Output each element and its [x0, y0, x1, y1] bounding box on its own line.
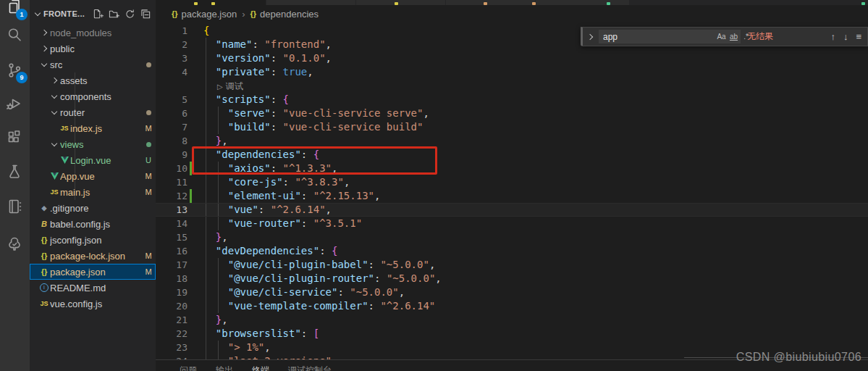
- tab-partial[interactable]: [356, 0, 445, 5]
- file-row-vue.config.js[interactable]: JSvue.config.js: [30, 296, 156, 312]
- code-line-12[interactable]: 12 "element-ui": "^2.15.13",: [156, 189, 868, 203]
- code-line-3[interactable]: 3 "version": "0.1.0",: [156, 51, 868, 65]
- code-line-6[interactable]: 6 "serve": "vue-cli-service serve",: [156, 107, 868, 120]
- panel-tab-问题[interactable]: 问题: [180, 364, 197, 371]
- file-label: App.vue: [60, 171, 141, 182]
- code-line-10[interactable]: 10 "axios": "^1.3.3",: [156, 162, 868, 175]
- file-row-Login.vue[interactable]: Login.vueU: [30, 152, 156, 168]
- testing-icon[interactable]: [6, 163, 23, 182]
- code-line-11[interactable]: 11 "core-js": "^3.8.3",: [156, 175, 868, 189]
- toggle-replace-button[interactable]: [584, 35, 596, 39]
- panel-tab-终端[interactable]: 终端: [252, 364, 269, 371]
- breadcrumb-file[interactable]: package.json: [182, 9, 237, 20]
- code-text: "serve": "vue-cli-service serve",: [192, 107, 429, 120]
- file-row-src[interactable]: src: [30, 57, 156, 72]
- previous-match-button[interactable]: ↑: [830, 31, 835, 42]
- code-text: },: [192, 134, 228, 148]
- extensions-icon[interactable]: [6, 129, 23, 148]
- file-row-node_modules[interactable]: node_modules: [30, 25, 156, 41]
- line-number: 5: [156, 93, 187, 107]
- code-line-18[interactable]: 18 "@vue/cli-plugin-router": "~5.0.0",: [156, 272, 868, 285]
- git-status-badge: M: [141, 188, 156, 196]
- file-row-App.vue[interactable]: App.vueM: [30, 168, 156, 184]
- code-editor[interactable]: 1{2 "name": "frontend",3 "version": "0.1…: [156, 22, 868, 360]
- code-text: "browserslist": [: [192, 327, 319, 341]
- code-line-8[interactable]: 8 },: [156, 134, 868, 148]
- chevron-right-icon: [38, 30, 50, 35]
- search-icon[interactable]: [6, 26, 23, 45]
- line-number: 13: [156, 203, 187, 217]
- line-number: 12: [156, 189, 187, 203]
- new-file-icon[interactable]: [92, 8, 104, 20]
- run-debug-icon[interactable]: [6, 95, 23, 114]
- file-label: package-lock.json: [50, 251, 141, 262]
- panel-tab-调试控制台[interactable]: 调试控制台: [288, 364, 332, 371]
- source-control-icon[interactable]: 9: [6, 62, 23, 80]
- code-line-5[interactable]: 5 "scripts": {: [156, 93, 868, 107]
- refresh-icon[interactable]: [124, 8, 135, 20]
- code-line-9[interactable]: 9 "dependencies": {: [156, 148, 868, 162]
- code-line-19[interactable]: 19 "@vue/cli-service": "~5.0.0",: [156, 285, 868, 299]
- file-row-babel.config.js[interactable]: Bbabel.config.js: [30, 216, 156, 232]
- file-row-jsconfig.json[interactable]: {}jsconfig.json: [30, 232, 156, 248]
- file-row-components[interactable]: components: [30, 88, 156, 104]
- line-number: 1: [156, 24, 187, 38]
- code-text: {: [192, 24, 209, 38]
- codelens-debug[interactable]: ▷调试: [217, 80, 243, 93]
- find-input[interactable]: [599, 32, 715, 42]
- breadcrumb-symbol[interactable]: dependencies: [260, 9, 319, 20]
- info-file-icon: i: [38, 283, 50, 292]
- git-status-badge: M: [141, 267, 156, 276]
- whole-word-toggle[interactable]: ab: [728, 33, 740, 41]
- code-text: },: [192, 230, 228, 244]
- play-icon: ▷: [217, 83, 223, 91]
- new-folder-icon[interactable]: [108, 8, 119, 20]
- code-line-16[interactable]: 16 "devDependencies": {: [156, 244, 868, 258]
- match-case-toggle[interactable]: Aa: [715, 33, 728, 41]
- collapse-all-icon[interactable]: [140, 8, 151, 20]
- line-number: 4: [156, 65, 187, 79]
- chevron-down-icon: [49, 96, 60, 98]
- tab-active-partial[interactable]: [156, 0, 266, 5]
- tab-partial[interactable]: [446, 0, 535, 5]
- tab-partial[interactable]: [266, 0, 355, 5]
- code-line-21[interactable]: 21 },: [156, 313, 868, 327]
- vue-file-icon: [49, 172, 60, 180]
- line-number: 22: [156, 327, 187, 341]
- code-line-22[interactable]: 22 "browserslist": [: [156, 327, 868, 341]
- code-line-4[interactable]: 4 "private": true,: [156, 65, 868, 79]
- file-row-index.js[interactable]: JSindex.jsM: [30, 120, 156, 136]
- line-number: 18: [156, 272, 187, 285]
- code-line-13[interactable]: 13 "vue": "^2.6.14",: [156, 203, 868, 217]
- code-line-7[interactable]: 7 "build": "vue-cli-service build": [156, 120, 868, 134]
- chevron-down-icon[interactable]: [35, 9, 41, 15]
- file-row-package.json[interactable]: {}package.jsonM: [30, 264, 156, 280]
- todo-tree-icon[interactable]: [6, 235, 23, 254]
- code-line-15[interactable]: 15 },: [156, 230, 868, 244]
- line-number: 10: [156, 162, 187, 175]
- code-line-17[interactable]: 17 "@vue/cli-plugin-babel": "~5.0.0",: [156, 258, 868, 272]
- file-label: views: [60, 139, 141, 150]
- line-number: 8: [156, 134, 187, 148]
- code-line-20[interactable]: 20 "vue-template-compiler": "^2.6.14": [156, 299, 868, 313]
- git-status-badge: M: [141, 124, 156, 133]
- explorer-icon[interactable]: 1: [6, 0, 23, 17]
- panel-tab-输出[interactable]: 输出: [216, 364, 233, 371]
- editor-tab-strip[interactable]: [156, 0, 868, 5]
- file-row-README.md[interactable]: iREADME.md: [30, 280, 156, 296]
- file-row-.gitignore[interactable]: ◆.gitignore: [30, 200, 156, 216]
- file-row-main.js[interactable]: JSmain.jsM: [30, 184, 156, 200]
- chevron-right-icon: [49, 78, 60, 83]
- code-line-14[interactable]: 14 "vue-router": "^3.5.1": [156, 217, 868, 230]
- file-label: node_modules: [50, 28, 156, 38]
- line-number: 21: [156, 313, 187, 327]
- file-row-assets[interactable]: assets: [30, 72, 156, 88]
- file-row-package-lock.json[interactable]: {}package-lock.jsonM: [30, 248, 156, 264]
- notebook-icon[interactable]: [6, 198, 23, 217]
- next-match-button[interactable]: ↓: [843, 31, 848, 42]
- tab-partial[interactable]: [536, 0, 629, 5]
- file-row-public[interactable]: public: [30, 41, 156, 57]
- file-row-views[interactable]: views: [30, 136, 156, 152]
- find-in-selection-button[interactable]: ≡: [856, 31, 861, 42]
- file-row-router[interactable]: router: [30, 104, 156, 120]
